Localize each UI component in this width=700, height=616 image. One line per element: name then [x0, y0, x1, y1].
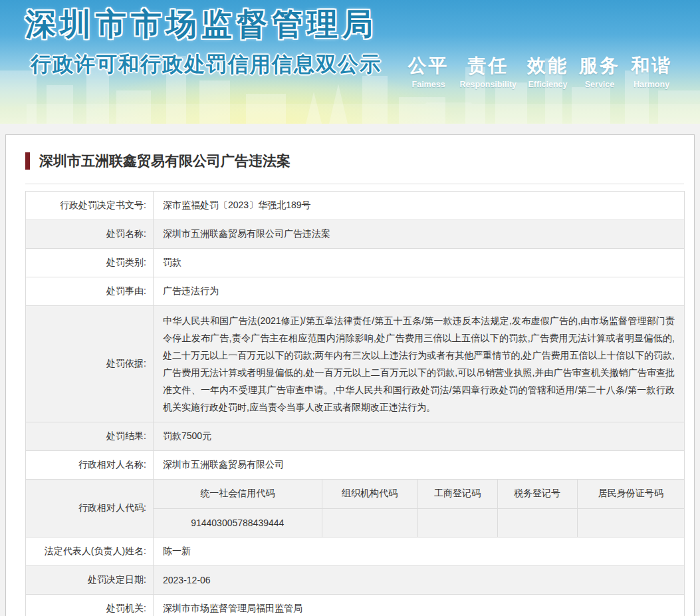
- table-row: 行政处罚决定书文号: 深市监福处罚〔2023〕华强北189号: [26, 192, 685, 220]
- table-row: 法定代表人(负责人)姓名: 陈一新: [26, 538, 685, 566]
- row-label: 行政处罚决定书文号:: [26, 192, 154, 220]
- slogan-en: Faimess: [412, 80, 445, 89]
- slogan-en: Efficiency: [528, 80, 567, 89]
- codes-header-row: 统一社会信用代码 组织机构代码 工商登记码 税务登记号 居民身份证号码: [154, 480, 684, 508]
- slogan-cn: 责任: [467, 53, 509, 78]
- slogan-item: 责任 Responsibility: [460, 53, 517, 89]
- row-value: 中华人民共和国广告法(2021修正)/第五章法律责任/第五十五条/第一款违反本法…: [154, 306, 685, 422]
- codes-col-header: 组织机构代码: [322, 480, 417, 508]
- slogan-cn: 公平: [408, 53, 449, 78]
- slogan-item: 公平 Faimess: [408, 53, 449, 89]
- slogan-cn: 效能: [527, 53, 568, 78]
- case-title-row: 深圳市五洲联鑫贸易有限公司广告违法案: [25, 152, 684, 170]
- row-label: 处罚依据:: [26, 306, 154, 422]
- codes-value: [497, 508, 577, 537]
- table-row-penalty-basis: 处罚依据: 中华人民共和国广告法(2021修正)/第五章法律责任/第五十五条/第…: [26, 306, 685, 422]
- row-value: 深圳市市场监督管理局福田监管局: [154, 595, 685, 616]
- table-row: 处罚结果: 罚款7500元: [26, 422, 685, 451]
- codes-col-header: 税务登记号: [497, 480, 577, 508]
- slogan-cn: 服务: [579, 53, 620, 78]
- table-row: 处罚机关: 深圳市市场监督管理局福田监管局: [26, 595, 685, 616]
- slogan-en: Responsibility: [460, 80, 517, 89]
- row-label: 处罚类别:: [26, 249, 154, 277]
- slogan-item: 服务 Service: [579, 53, 620, 89]
- codes-value: [577, 508, 684, 537]
- codes-cell: 统一社会信用代码 组织机构代码 工商登记码 税务登记号 居民身份证号码 9144…: [154, 480, 685, 538]
- codes-col-header: 居民身份证号码: [577, 480, 684, 508]
- codes-value: [417, 508, 497, 537]
- slogan-cn: 和谐: [631, 53, 672, 78]
- header-banner: 深圳市市场监督管理局 行政许可和行政处罚信用信息双公示 公平 Faimess 责…: [0, 0, 700, 124]
- table-row: 行政相对人名称: 深圳市五洲联鑫贸易有限公司: [26, 451, 685, 480]
- codes-table: 统一社会信用代码 组织机构代码 工商登记码 税务登记号 居民身份证号码 9144…: [154, 480, 684, 537]
- row-value: 罚款7500元: [154, 422, 685, 451]
- codes-value: [322, 508, 417, 537]
- row-value: 广告违法行为: [154, 277, 685, 306]
- row-value: 罚款: [154, 249, 685, 277]
- slogan-item: 和谐 Harmony: [631, 53, 672, 89]
- table-row: 处罚事由: 广告违法行为: [26, 277, 685, 306]
- table-row-party-codes: 行政相对人代码: 统一社会信用代码 组织机构代码 工商登记码 税务登记号 居民身…: [26, 480, 685, 538]
- table-row: 处罚名称: 深圳市五洲联鑫贸易有限公司广告违法案: [26, 220, 685, 249]
- case-title: 深圳市五洲联鑫贸易有限公司广告违法案: [39, 152, 291, 170]
- row-label: 处罚决定日期:: [26, 566, 154, 595]
- row-label: 处罚机关:: [26, 595, 154, 616]
- title-accent-bar: [25, 152, 30, 170]
- codes-col-header: 工商登记码: [417, 480, 497, 508]
- row-value: 深圳市五洲联鑫贸易有限公司: [154, 451, 685, 480]
- slogan-strip: 公平 Faimess 责任 Responsibility 效能 Efficien…: [408, 53, 672, 89]
- title-divider: [25, 184, 684, 184]
- content-card: 深圳市五洲联鑫贸易有限公司广告违法案 行政处罚决定书文号: 深市监福处罚〔202…: [5, 134, 695, 616]
- row-value: 深圳市五洲联鑫贸易有限公司广告违法案: [154, 220, 685, 249]
- penalty-info-table: 行政处罚决定书文号: 深市监福处罚〔2023〕华强北189号 处罚名称: 深圳市…: [25, 191, 685, 616]
- row-label: 处罚结果:: [26, 422, 154, 451]
- codes-col-header: 统一社会信用代码: [154, 480, 322, 508]
- row-label: 行政相对人名称:: [26, 451, 154, 480]
- row-value: 陈一新: [154, 538, 685, 566]
- row-value: 2023-12-06: [154, 566, 685, 595]
- slogan-item: 效能 Efficiency: [527, 53, 568, 89]
- banner-subtitle: 行政许可和行政处罚信用信息双公示: [31, 51, 382, 78]
- row-label: 行政相对人代码:: [26, 480, 154, 538]
- row-value: 深市监福处罚〔2023〕华强北189号: [154, 192, 685, 220]
- slogan-en: Service: [585, 80, 614, 89]
- row-label: 处罚事由:: [26, 277, 154, 306]
- table-row: 处罚决定日期: 2023-12-06: [26, 566, 685, 595]
- row-label: 处罚名称:: [26, 220, 154, 249]
- agency-title: 深圳市市场监督管理局: [25, 4, 378, 45]
- slogan-en: Harmony: [634, 80, 669, 89]
- row-label: 法定代表人(负责人)姓名:: [26, 538, 154, 566]
- codes-value-row: 914403005788439444: [154, 508, 684, 537]
- codes-value: 914403005788439444: [154, 508, 322, 537]
- table-row: 处罚类别: 罚款: [26, 249, 685, 277]
